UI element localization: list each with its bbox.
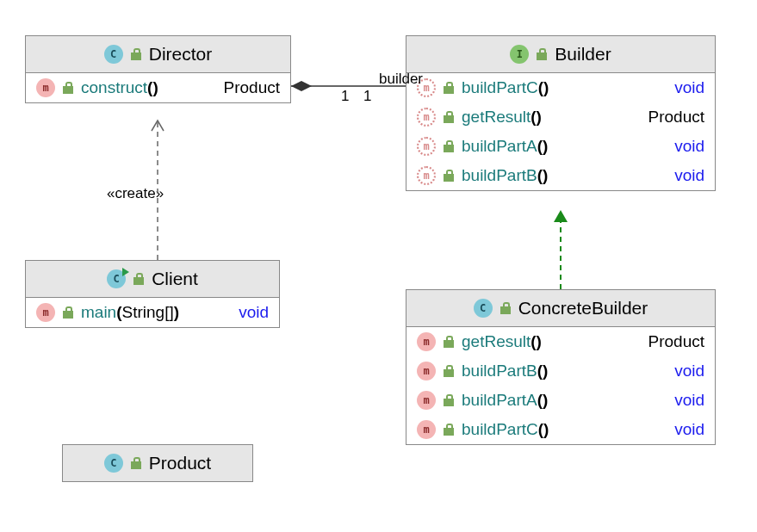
member-row: m getResult() Product	[406, 102, 715, 132]
method-name: main	[81, 303, 116, 321]
lock-icon	[443, 170, 455, 182]
abstract-method-icon: m	[417, 108, 436, 127]
return-type: void	[239, 303, 269, 322]
method-icon: m	[36, 303, 55, 322]
member-row: m construct() Product	[26, 73, 290, 102]
lock-icon	[443, 111, 455, 123]
method-icon: m	[417, 332, 436, 351]
return-type: void	[674, 420, 704, 439]
interface-icon: I	[510, 45, 529, 64]
parens: ()	[147, 78, 158, 96]
member-row: m getResult() Product	[406, 327, 715, 356]
method-name: buildPartC	[462, 420, 538, 438]
lock-icon	[536, 48, 548, 60]
member-row: m buildPartC() void	[406, 415, 715, 444]
class-builder: I Builder m buildPartC() void m getResul…	[406, 35, 716, 191]
open-arrow-icon	[152, 121, 164, 131]
lock-icon	[443, 365, 455, 377]
abstract-method-icon: m	[417, 137, 436, 156]
class-icon: C	[104, 454, 123, 473]
method-name: buildPartA	[462, 391, 537, 409]
return-type: void	[674, 137, 704, 156]
class-name: Builder	[555, 44, 611, 65]
method-name: buildPartA	[462, 137, 537, 155]
class-product: C Product	[62, 444, 253, 482]
member-row: m buildPartB() void	[406, 356, 715, 386]
class-body: m construct() Product	[26, 73, 290, 102]
lock-icon	[499, 302, 512, 314]
runnable-class-icon: C	[107, 269, 126, 288]
lock-icon	[443, 424, 455, 436]
assoc-create-label: «create»	[107, 185, 164, 202]
class-header: C Director	[26, 36, 290, 73]
diamond-icon	[291, 81, 312, 91]
method-icon: m	[417, 391, 436, 410]
member-row: m buildPartB() void	[406, 161, 715, 190]
class-name: Director	[149, 44, 213, 65]
member-row: m buildPartA() void	[406, 386, 715, 415]
class-header: C Product	[63, 445, 252, 481]
lock-icon	[443, 336, 455, 348]
return-type: Product	[648, 108, 704, 127]
method-icon: m	[36, 78, 55, 97]
return-type: Product	[648, 332, 704, 351]
return-type: void	[674, 78, 704, 97]
method-name: getResult	[462, 332, 531, 350]
assoc-mult-left: 1	[341, 88, 349, 105]
method-icon: m	[417, 362, 436, 380]
method-name: buildPartB	[462, 362, 537, 380]
return-type: Product	[224, 78, 280, 97]
return-type: void	[674, 391, 704, 410]
class-header: I Builder	[406, 36, 715, 73]
lock-icon	[62, 306, 74, 319]
class-header: C ConcreteBuilder	[406, 290, 715, 327]
member-row: m buildPartC() void	[406, 73, 715, 102]
class-icon: C	[474, 299, 493, 318]
lock-icon	[130, 457, 142, 469]
method-name: buildPartB	[462, 166, 537, 184]
class-name: Client	[152, 269, 198, 289]
lock-icon	[133, 273, 145, 285]
method-name: buildPartC	[462, 78, 538, 96]
class-name: Product	[149, 453, 211, 473]
lock-icon	[130, 48, 142, 60]
abstract-method-icon: m	[417, 166, 436, 185]
class-director: C Director m construct() Product	[25, 35, 291, 103]
class-icon: C	[104, 45, 123, 64]
triangle-arrow-icon	[554, 210, 568, 222]
assoc-role-builder: builder	[379, 71, 423, 88]
member-row: m buildPartA() void	[406, 132, 715, 161]
lock-icon	[443, 140, 455, 152]
lock-icon	[443, 82, 455, 94]
class-name: ConcreteBuilder	[518, 298, 648, 319]
lock-icon	[62, 82, 74, 94]
class-body: m main(String[]) void	[26, 298, 279, 327]
lock-icon	[443, 394, 455, 406]
method-icon: m	[417, 420, 436, 439]
class-client: C Client m main(String[]) void	[25, 260, 280, 328]
class-body: m buildPartC() void m getResult() Produc…	[406, 73, 715, 190]
class-header: C Client	[26, 261, 279, 298]
class-body: m getResult() Product m buildPartB() voi…	[406, 327, 715, 444]
method-name: construct	[81, 78, 147, 96]
assoc-mult-right: 1	[363, 88, 371, 105]
member-row: m main(String[]) void	[26, 298, 279, 327]
param-type: String[]	[122, 303, 174, 321]
return-type: void	[674, 362, 704, 380]
method-name: getResult	[462, 108, 531, 126]
class-concretebuilder: C ConcreteBuilder m getResult() Product …	[406, 289, 716, 445]
return-type: void	[674, 166, 704, 185]
